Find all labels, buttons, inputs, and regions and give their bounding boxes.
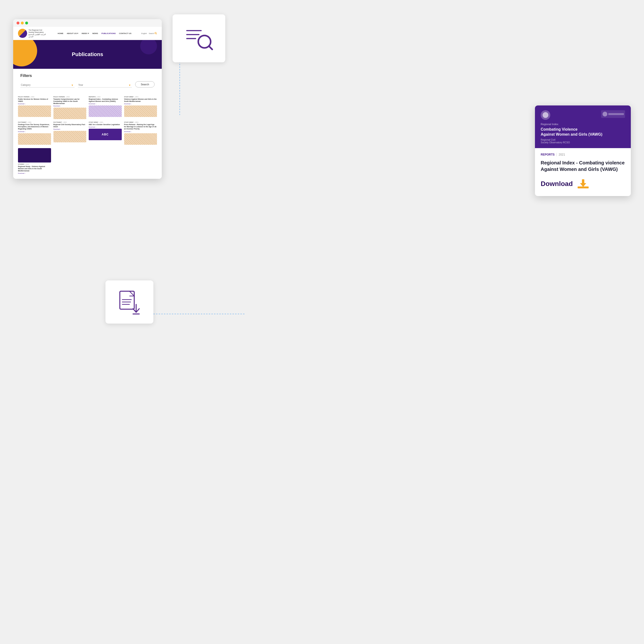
- hero-decoration-orange: [13, 40, 37, 66]
- download-link[interactable]: Download ↓: [53, 128, 87, 130]
- download-link[interactable]: Download ↓: [18, 173, 51, 174]
- search-icon: [155, 32, 157, 35]
- nav-home[interactable]: HOME: [58, 32, 63, 35]
- pub-card: STUDIES| 2021 Regional Study - Violence …: [18, 147, 51, 174]
- pub-detail-body: REPORTS 2021 Regional Index - Combating …: [535, 148, 631, 196]
- nav-language[interactable]: English: [141, 33, 147, 34]
- svg-line-1: [156, 34, 157, 35]
- publications-grid: POLICY PAPERS| 2021 Public Services for …: [18, 96, 157, 145]
- hero-decoration-purple: [140, 40, 157, 54]
- logo-icon: [18, 29, 27, 38]
- search-filter-icon: [185, 25, 213, 52]
- browser-dot-yellow[interactable]: [21, 22, 24, 24]
- category-filter: ▼: [20, 82, 75, 87]
- site-logo: The Regional Civil Society Observatory ا…: [18, 29, 48, 38]
- pdf-icon-card: [105, 280, 153, 324]
- year-input[interactable]: [78, 83, 132, 87]
- nav-contact[interactable]: CONTACT US: [119, 32, 132, 35]
- pub-logo-left: [541, 110, 550, 120]
- pub-card: FACTSHEET| 2021 Regional Civil Society O…: [53, 122, 87, 145]
- download-link[interactable]: Download ↓: [124, 131, 157, 132]
- download-link[interactable]: Download ↓: [124, 103, 157, 104]
- download-link[interactable]: Download ↓: [18, 131, 51, 132]
- pub-detail-download-label[interactable]: Download: [541, 180, 573, 188]
- nav-index[interactable]: INDEX ▾: [81, 32, 89, 35]
- download-link[interactable]: Download ↓: [18, 103, 51, 104]
- search-button[interactable]: Search: [135, 81, 155, 87]
- abc-cover: ABC: [89, 129, 122, 140]
- pub-detail-logos: [541, 110, 625, 120]
- pub-detail-category: REPORTS: [541, 153, 555, 156]
- hero-banner: Publications: [13, 40, 162, 69]
- download-link[interactable]: Download ↓: [53, 105, 87, 107]
- page-title: Publications: [72, 51, 103, 58]
- download-arrow-icon: [577, 177, 590, 190]
- pub-detail-year: 2021: [559, 153, 565, 156]
- pub-detail-card: Regional Index Combating ViolenceAgainst…: [535, 105, 631, 196]
- pub-card: REPORTS| 2021 Regional Index - Combating…: [89, 96, 122, 119]
- pub-card: STUDY BRIEF| 2021 Violence Against Women…: [124, 96, 157, 119]
- year-dropdown-arrow[interactable]: ▼: [128, 84, 131, 86]
- category-dropdown-arrow[interactable]: ▼: [71, 84, 74, 86]
- publications-section: POLICY PAPERS| 2021 Public Services for …: [13, 94, 162, 179]
- pub-detail-main-title: Combating ViolenceAgainst Women and Girl…: [541, 127, 625, 137]
- category-input[interactable]: [20, 83, 75, 87]
- nav-about[interactable]: ABOUT US ▾: [67, 32, 78, 35]
- connector-pdf: [153, 302, 249, 326]
- pub-card: FACTSHEET| 2021 Findings From The Survey…: [18, 122, 51, 145]
- svg-line-6: [209, 46, 212, 49]
- nav-publications[interactable]: PUBLICATIONS: [101, 32, 116, 35]
- browser-window: The Regional Civil Society Observatory ا…: [13, 19, 162, 179]
- filters-row: ▼ ▼ Search: [20, 81, 155, 87]
- site-nav: HOME ABOUT US ▾ INDEX ▾ NEWS PUBLICATION…: [58, 32, 131, 35]
- pub-detail-subtitle: Regional Index: [541, 123, 625, 126]
- pub-detail-tag-row: REPORTS 2021: [541, 153, 625, 156]
- pub-detail-title: Regional Index - Combating violence Agai…: [541, 160, 625, 173]
- nav-news[interactable]: NEWS: [92, 32, 98, 35]
- browser-toolbar: [13, 19, 162, 27]
- pub-card: POLICY PAPERS| 2021 Public Services for …: [18, 96, 51, 119]
- svg-point-0: [155, 32, 156, 34]
- search-icon-card: [173, 14, 225, 62]
- year-filter: ▼: [78, 82, 132, 87]
- filters-title: Filters: [20, 74, 155, 78]
- browser-dot-red[interactable]: [17, 22, 19, 24]
- pdf-download-icon: [117, 289, 141, 315]
- pub-card: POLICY PAPERS| 2021 Towards Comprehensiv…: [53, 96, 87, 119]
- nav-search[interactable]: Search: [149, 32, 157, 35]
- browser-dot-green[interactable]: [25, 22, 28, 24]
- pub-detail-org: Regional CivilSociety Observatory RCSO: [541, 139, 625, 144]
- search-visual: [185, 24, 213, 53]
- site-header: The Regional Civil Society Observatory ا…: [13, 27, 162, 40]
- search-label: Search: [149, 33, 154, 34]
- download-link[interactable]: Download ↓: [89, 126, 122, 128]
- download-link[interactable]: Download ↓: [89, 103, 122, 104]
- filters-section: Filters ▼ ▼ Search: [13, 69, 162, 94]
- logo-text: The Regional Civil Society Observatory ا…: [29, 29, 48, 38]
- pub-card: STUDY BRIEF| 2021 Press Release - Raisin…: [124, 122, 157, 145]
- download-icon[interactable]: [577, 177, 590, 190]
- svg-marker-17: [580, 183, 586, 187]
- pub-card: STUDY BRIEF| 2021 ABC for a Gender Sensi…: [89, 122, 122, 145]
- pub-logo-right: [601, 110, 625, 118]
- pub-detail-download-row: Download: [541, 177, 625, 190]
- pub-detail-header: Regional Index Combating ViolenceAgainst…: [535, 105, 631, 148]
